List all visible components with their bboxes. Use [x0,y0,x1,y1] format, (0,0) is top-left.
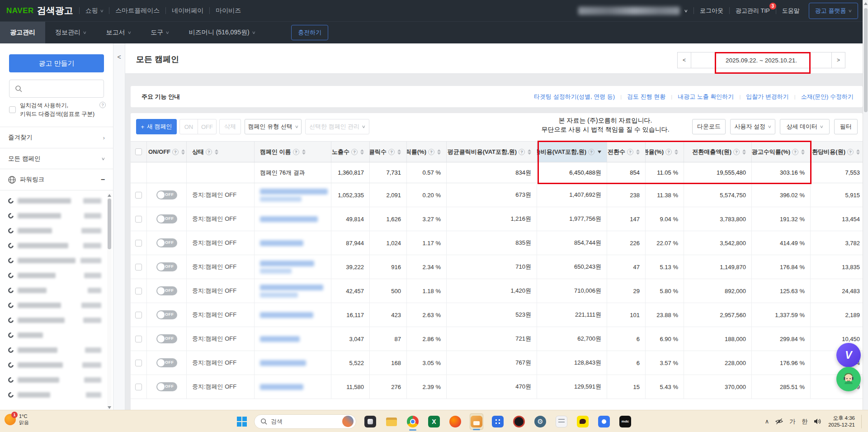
topnav-menu-네이버페이[interactable]: 네이버페이 [172,7,203,15]
redacted-campaign-name[interactable] [260,360,306,366]
help-icon[interactable]: ? [172,149,179,155]
sidebar-campaign-item[interactable] [0,313,113,328]
feature-guide-link[interactable]: 타겟팅 설정하기(성별, 연령 등) [534,93,615,101]
feature-guide-link[interactable]: 소재(문안) 수정하기 [801,93,854,101]
service-title[interactable]: 검색광고 [37,5,73,17]
weather-widget[interactable]: 1 1°C 맑음 [5,413,29,426]
help-icon[interactable]: ? [588,149,594,155]
row-checkbox[interactable] [135,216,142,223]
sidebar-campaign-item[interactable] [0,298,113,313]
row-checkbox[interactable] [135,288,142,294]
help-icon[interactable]: ? [792,149,798,155]
subnav-tab-4[interactable]: 비즈머니 (516,095원)∨ [179,22,265,43]
subnav-tab-1[interactable]: 정보관리∨ [45,22,96,43]
onoff-toggle[interactable]: OFF [156,262,177,271]
ime-ga-indicator[interactable]: 가 [789,418,795,426]
onoff-toggle[interactable]: OFF [156,190,177,199]
onoff-toggle[interactable]: OFF [156,286,177,295]
row-checkbox[interactable] [135,384,142,390]
date-next-button[interactable]: > [831,52,845,68]
taskbar-search-input[interactable]: 검색 [254,414,356,429]
sort-icon[interactable] [856,149,860,155]
sort-icon[interactable] [302,149,306,155]
sidebar-item-powerlink[interactable]: 파워링크 − [0,169,113,190]
delete-button[interactable]: 삭제 [219,119,241,134]
onoff-toggle[interactable]: OFF [156,238,177,247]
column-header-conversion-revenue[interactable]: 전환매출액(원)? [684,142,752,162]
sidebar-campaign-item[interactable] [0,342,113,357]
help-icon[interactable]: ? [428,149,434,155]
row-checkbox[interactable] [135,240,142,247]
sidebar-campaign-item[interactable] [0,223,113,238]
sidebar-campaign-item[interactable] [0,357,113,372]
help-link[interactable]: 도움말 [782,7,800,15]
hidden-eye-icon[interactable] [775,418,783,425]
taskbar-icon-explorer[interactable] [385,413,398,430]
manage-selected-dropdown[interactable]: 선택한 캠페인 관리∨ [305,119,369,134]
redacted-campaign-name[interactable] [260,189,328,202]
subnav-tab-2[interactable]: 보고서∨ [96,22,141,43]
onoff-toggle[interactable]: OFF [156,334,177,343]
sidebar-item-favorites[interactable]: 즐겨찾기 › [0,127,113,148]
on-button[interactable]: ON [180,119,198,134]
help-icon[interactable]: ? [351,149,358,155]
help-icon[interactable]: ? [627,149,633,155]
scrollbar-thumb[interactable] [108,199,111,249]
sort-icon[interactable] [397,149,401,155]
sort-icon[interactable] [437,149,441,155]
feature-guide-link[interactable]: 내광고 노출 확인하기 [678,93,734,101]
help-icon[interactable]: ? [665,149,672,155]
download-button[interactable]: 다운로드 [692,119,726,134]
support-agent-button[interactable] [836,367,861,391]
collapse-sidebar-icon[interactable]: < [113,53,125,61]
match-search-checkbox[interactable] [9,106,16,113]
scroll-up-icon[interactable] [108,194,111,197]
sidebar-campaign-item[interactable] [0,238,113,253]
taskbar-icon-mdc[interactable] [618,413,632,430]
help-icon[interactable]: ? [847,149,854,155]
select-all-checkbox[interactable] [135,148,142,155]
sidebar-campaign-item[interactable] [0,208,113,223]
sidebar-scrollbar[interactable] [107,193,112,410]
redacted-campaign-name[interactable] [260,336,300,342]
sort-icon[interactable] [528,149,531,155]
sidebar-campaign-item[interactable] [0,268,113,283]
subnav-tab-3[interactable]: 도구∨ [141,22,179,43]
sort-icon[interactable] [675,149,678,155]
sort-icon[interactable] [801,149,805,155]
account-chevron-down-icon[interactable]: ∨ [684,9,688,13]
column-header-conversion-rate[interactable]: 전환율(%)? [646,142,684,162]
redacted-campaign-name[interactable] [260,261,314,274]
onoff-toggle[interactable]: OFF [156,214,177,223]
naver-logo[interactable]: NAVER [6,6,34,15]
scroll-up-icon[interactable] [864,2,868,5]
column-header-roas[interactable]: 광고수익률(%)? [752,142,811,162]
sidebar-campaign-item[interactable] [0,328,113,342]
sidebar-search-input[interactable] [9,80,104,98]
topnav-menu-마이비즈[interactable]: 마이비즈 [216,7,241,15]
page-scrollbar[interactable] [863,0,868,410]
help-icon[interactable]: ? [293,149,299,155]
onoff-toggle[interactable]: OFF [156,382,177,391]
column-header-impressions[interactable]: 노출수? [331,142,370,162]
redacted-campaign-name[interactable] [260,216,318,222]
help-icon[interactable]: ? [99,102,106,108]
feature-guide-link[interactable]: 입찰가 변경하기 [746,93,789,101]
taskbar-icon-record[interactable] [512,413,526,430]
logout-link[interactable]: 로그아웃 [700,7,723,15]
ad-platform-button[interactable]: 광고 플랫폼∨ [809,3,858,19]
search-highlight-image[interactable] [342,416,354,427]
taskbar-icon-blueapp[interactable] [597,413,611,430]
redacted-campaign-name[interactable] [260,240,303,246]
scroll-down-icon[interactable] [108,406,111,409]
taskbar-icon-ssak[interactable] [470,413,483,430]
help-icon[interactable]: ? [388,149,395,155]
new-campaign-button[interactable]: +새 캠페인 [136,119,177,134]
taskbar-icon-excel[interactable] [427,413,441,430]
sidebar-campaign-item[interactable] [0,283,113,298]
column-header-status[interactable]: 상태? [187,142,255,162]
ad-tip-link[interactable]: 광고관리 TIP3 [736,7,770,15]
column-header-conversions[interactable]: 전환수? [607,142,646,162]
sort-icon[interactable] [215,149,218,155]
taskbar-clock[interactable]: 오후 4:36 2025-12-21 [828,415,855,428]
